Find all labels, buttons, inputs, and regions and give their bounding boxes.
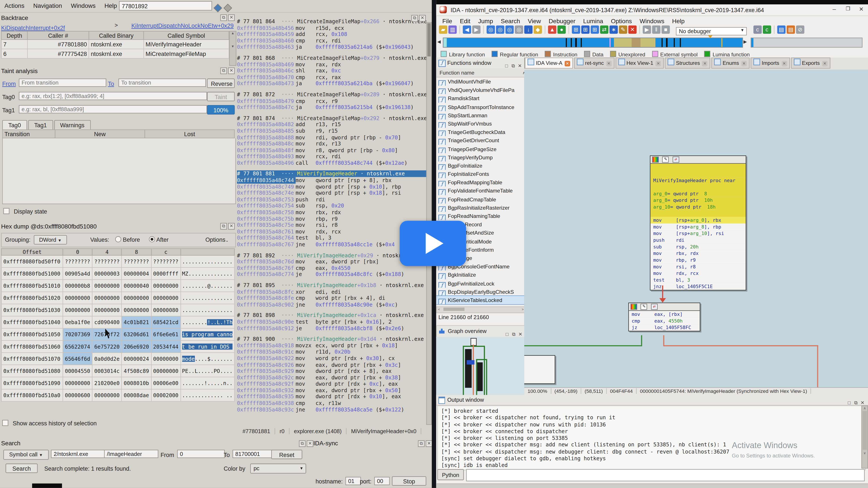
function-item[interactable]: ƒBgpFwInitializeLock bbox=[436, 279, 524, 288]
search-word-icon[interactable]: ◎ bbox=[505, 25, 514, 34]
ida-menu-search[interactable]: Search bbox=[497, 16, 524, 26]
graph-node-line[interactable] bbox=[650, 170, 746, 177]
hex-row[interactable]: 0xffff8080fbd50ff0??????????????????????… bbox=[1, 255, 234, 267]
taint-tab-tag0[interactable]: Tag0 bbox=[2, 120, 27, 129]
trace-instruction[interactable]: 0xfffff8035a48c764testbl, 3 bbox=[237, 235, 426, 241]
node-colors-icon[interactable] bbox=[652, 157, 659, 163]
menu-actions[interactable]: Actions bbox=[0, 0, 29, 11]
hex-row[interactable]: 0xffff8080fbd510a0000006000000000000008d… bbox=[1, 389, 234, 401]
graph-node-line[interactable]: arg_10= qword ptr 18h bbox=[650, 203, 746, 210]
taint-button[interactable]: Taint bbox=[207, 92, 235, 101]
trace-instruction[interactable]: 0xfffff8035a48c767jne0xfffff8035a48cc1e … bbox=[237, 241, 426, 248]
ida-menu-view[interactable]: View bbox=[524, 16, 545, 26]
trace-instruction[interactable]: 0xfffff8035a48c754subrsp, 0x20 bbox=[237, 203, 426, 209]
tab-close-icon[interactable]: ✕ bbox=[702, 61, 708, 67]
problem-icon[interactable]: ▲ bbox=[548, 25, 556, 34]
trace-instruction[interactable]: 0xfffff8035a48b463ja0xfffff8035a6214a6 (… bbox=[237, 44, 426, 51]
trace-instruction[interactable]: 0xfffff8035a48c744movqword ptr [rsp + 8]… bbox=[237, 177, 426, 184]
hex-col[interactable]: c bbox=[151, 249, 181, 255]
trace-instruction[interactable]: 0xfffff8035a48c935movdword ptr [rdx + 0x… bbox=[237, 393, 426, 400]
hex-col[interactable]: 4 bbox=[92, 249, 122, 255]
function-item[interactable]: ƒKiServiceTablesLocked bbox=[436, 296, 524, 304]
hex-row[interactable]: 0xffff8080fbd51010000000b800000000000000… bbox=[1, 280, 234, 292]
hex-row[interactable]: 0xffff8080fbd510507020736972676f7263206d… bbox=[1, 328, 234, 340]
hex-row[interactable]: 0xffff8080fbd5109000000000210200e0000801… bbox=[1, 377, 234, 389]
flow-icon[interactable]: ⇄ bbox=[600, 25, 608, 34]
taint-from-label[interactable]: From bbox=[2, 80, 16, 87]
graph-node-line[interactable]: mov rbp, r9 bbox=[650, 257, 746, 263]
graph-node-line[interactable]: mov [rsp+arg_8], rbp bbox=[650, 224, 746, 230]
tab-close-icon[interactable]: ✕ bbox=[781, 61, 787, 67]
tab-close-icon[interactable]: ✕ bbox=[564, 61, 570, 67]
reset-button[interactable]: Reset bbox=[271, 450, 302, 459]
hex-col[interactable]: 8 bbox=[122, 249, 151, 255]
lock-icon[interactable]: ◆ bbox=[534, 25, 542, 34]
ida-tab-exports[interactable]: Exports✕ bbox=[791, 58, 830, 68]
close-button[interactable]: ✕ bbox=[859, 6, 863, 12]
trace-instruction[interactable]: 0xfffff8035a48b48cmovrdx, r13 bbox=[237, 140, 426, 147]
db-icon[interactable]: ▤ bbox=[787, 25, 795, 34]
trace-block-header[interactable]: # 77 801 898 ···· MiVerifyImageHeader+0x… bbox=[237, 312, 426, 319]
trace-panel-buttons[interactable]: ⧉✕ bbox=[410, 15, 426, 22]
node-colors-icon[interactable] bbox=[630, 304, 637, 310]
search-gray-icon[interactable]: ◎ bbox=[515, 25, 523, 34]
hex-row[interactable]: 0xffff8080fbd510300000000000000000000000… bbox=[1, 304, 234, 316]
add-func-icon[interactable]: ⊞ bbox=[591, 25, 599, 34]
trace-instruction[interactable]: 0xfffff8035a48b48fmovr8, qword ptr [rbp … bbox=[237, 147, 426, 154]
ida-tab-imports[interactable]: Imports✕ bbox=[751, 58, 790, 68]
backtrace-link-from[interactable]: KiDispatchInterrupt+0x2f bbox=[1, 24, 65, 31]
transition-disassembly-pane[interactable]: # 77 801 864 ···· MiCreateImageFileMap+0… bbox=[237, 14, 426, 426]
function-item[interactable]: ƒVhdiMountVhdFile bbox=[436, 77, 524, 86]
trace-block-header[interactable]: # 77 801 900 ···· MiVerifyImageHeader+0x… bbox=[237, 336, 426, 342]
ida-menu-lumina[interactable]: Lumina bbox=[579, 16, 607, 26]
jump-icon[interactable]: ↓ bbox=[524, 25, 532, 34]
snapshot-icon[interactable]: c bbox=[763, 25, 771, 34]
maximize-button[interactable]: ❐ bbox=[846, 6, 850, 12]
backtrace-row[interactable]: 7#77801880ntoskrnl.exeMiVerifyImageHeade… bbox=[1, 39, 229, 49]
function-item[interactable]: ƒTriageGetBugcheckData bbox=[436, 128, 524, 136]
trace-instruction[interactable]: 0xfffff8035a48b469movrax, rdx bbox=[237, 61, 426, 68]
taint-tab-tag1[interactable]: Tag1 bbox=[28, 120, 53, 129]
graph-node-line[interactable]: MiVerifyImageHeader proc near bbox=[650, 177, 746, 184]
graph-node-line[interactable]: mov rbx, rdx bbox=[650, 250, 746, 257]
taint-col[interactable]: Lost bbox=[145, 130, 235, 138]
add-data-icon[interactable]: ⊞ bbox=[581, 25, 589, 34]
output-scrollbar[interactable]: ∧∨ bbox=[861, 405, 868, 468]
taint-to-input[interactable] bbox=[119, 78, 206, 87]
output-log[interactable]: [*] broker started[*] << broker << dispa… bbox=[437, 405, 866, 470]
backtrace-col[interactable]: Called Symbol bbox=[144, 31, 229, 39]
trace-instruction[interactable]: 0xfffff8035a48c926moveax, dword ptr [rbx… bbox=[237, 362, 426, 368]
hex-row[interactable]: 0xffff8080fbd51080000045500003014c4f508c… bbox=[1, 365, 234, 377]
backtrace-col[interactable]: Depth bbox=[1, 31, 27, 39]
options-button[interactable]: Options⌄ bbox=[206, 236, 229, 243]
trace-instruction[interactable]: 0xfffff8035a48b479cmprcx, r9 bbox=[237, 98, 426, 104]
backtrace-col[interactable]: Called Binary bbox=[89, 31, 144, 39]
function-item[interactable]: ƒBgpRasInitializeRasterizer bbox=[436, 203, 524, 212]
python-input[interactable] bbox=[466, 469, 865, 481]
ida-graph-view[interactable]: ✎ ⇄ MiVerifyImageHeader proc neararg_0= … bbox=[524, 70, 868, 387]
trace-instruction[interactable]: 0xfffff8035a48c932moveax, dword ptr [rbx… bbox=[237, 387, 426, 394]
function-item[interactable]: ƒFopReadNamingTable bbox=[436, 212, 524, 220]
function-item[interactable]: ƒFopInitializeFonts bbox=[436, 170, 524, 178]
nav-back-icon[interactable] bbox=[215, 3, 221, 13]
function-item[interactable]: ƒRamdiskStart bbox=[436, 94, 524, 103]
tag0-input[interactable] bbox=[19, 92, 207, 100]
tab-close-icon[interactable]: ✕ bbox=[741, 61, 747, 67]
graph-node-pe-check[interactable]: ✎ ⇄ mov eax, [rbx]cmp eax, 4550hjz loc_1… bbox=[628, 303, 700, 331]
trace-instruction[interactable]: 0xfffff8035a48b496call0xfffff8035a48c744… bbox=[237, 160, 426, 166]
trace-instruction[interactable]: 0xfffff8035a48b47cja0xfffff8035a6215b4 (… bbox=[237, 104, 426, 110]
graph-node-line[interactable]: sub rsp, 20h bbox=[650, 243, 746, 250]
unlink-icon[interactable]: ⊘ bbox=[796, 25, 804, 34]
hexdump-table[interactable]: Offset048c0xffff8080fbd50ff0????????????… bbox=[1, 249, 235, 402]
graph-node-clipped[interactable] bbox=[524, 355, 555, 384]
menu-navigation[interactable]: Navigation bbox=[29, 0, 66, 11]
ida-menu-help[interactable]: Help bbox=[668, 16, 688, 26]
trace-instruction[interactable]: 0xfffff8035a48c92fmovdword ptr [rdx + 0x… bbox=[237, 381, 426, 387]
function-item[interactable]: ƒTriagepGetPageSize bbox=[436, 144, 524, 153]
search-symbol-input[interactable] bbox=[104, 450, 158, 458]
search-button[interactable]: Search bbox=[6, 463, 38, 473]
trace-instruction[interactable]: 0xfffff8035a48c922movword ptr [rdx + 0x3… bbox=[237, 355, 426, 362]
trace-block-header[interactable]: # 77 801 892 ···· MiVerifyImageHeader+0x… bbox=[237, 252, 426, 259]
trace-instruction[interactable]: 0xfffff8035a48c8fcxoredi, edi bbox=[237, 289, 426, 295]
ida-tab-ret-sync[interactable]: ret-sync✕ bbox=[574, 58, 614, 68]
